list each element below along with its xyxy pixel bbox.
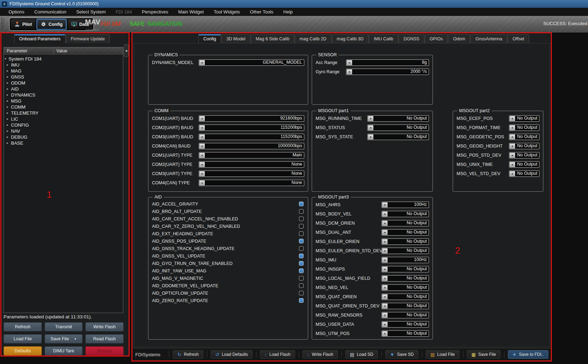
combo-dropdown-icon[interactable] [382,202,388,207]
menu-item[interactable]: Tool Widgets [209,8,245,16]
config-tab[interactable]: GPIOs [425,34,448,43]
aid-checkbox[interactable] [299,276,304,281]
config-tab[interactable]: GnssAntenna [470,34,507,43]
menu-item[interactable]: Perspectives [137,8,173,16]
param-combobox[interactable]: No Output [381,321,429,328]
param-combobox[interactable]: GENERAL_MODEL [199,59,304,66]
config-view-button[interactable]: Config [36,19,67,30]
param-combobox[interactable]: No Output [381,220,429,226]
tree-item[interactable]: TELEMETRY [4,110,123,116]
param-combobox[interactable]: No Output [381,303,429,309]
bottom-toolbar-button[interactable]: ✈ Save to FDI.. [508,350,548,359]
tree-item[interactable]: MAG [4,68,123,74]
param-combobox[interactable]: 921600bps [199,115,304,122]
parameter-action-button[interactable]: Read Flash [85,334,124,343]
combo-dropdown-icon[interactable] [347,60,352,65]
combo-dropdown-icon[interactable] [347,69,352,74]
aid-checkbox[interactable] [299,239,304,243]
param-combobox[interactable]: No Output [509,115,539,122]
menu-item[interactable]: Options [4,8,29,16]
config-tab[interactable]: Config [198,34,221,43]
param-combobox[interactable]: No Output [381,229,429,236]
combo-dropdown-icon[interactable] [199,162,205,167]
aid-checkbox[interactable] [299,246,304,251]
bottom-toolbar-button[interactable]: ▤ Load SD [345,350,378,359]
combo-dropdown-icon[interactable] [510,144,515,149]
combo-dropdown-icon[interactable] [199,60,205,65]
tree-item[interactable]: COMM [4,104,123,110]
combo-dropdown-icon[interactable] [199,180,205,185]
param-combobox[interactable]: No Output [509,143,539,149]
param-combobox[interactable]: No Output [509,125,539,131]
param-combobox[interactable]: 100Hz [381,257,429,263]
combo-dropdown-icon[interactable] [382,285,388,290]
param-combobox[interactable]: 115200bps [199,134,304,140]
param-combobox[interactable]: No Output [381,275,429,282]
aid-checkbox[interactable] [299,231,304,236]
combo-dropdown-icon[interactable] [199,116,205,121]
combo-dropdown-icon[interactable] [382,304,388,308]
tree-item[interactable]: ODOM [4,80,123,86]
tree-item[interactable]: System FDI 184 [4,56,123,62]
parameter-action-button[interactable]: Save File [45,334,83,343]
param-combobox[interactable]: No Output [381,294,429,300]
aid-checkbox[interactable] [299,216,304,221]
param-combobox[interactable]: No Output [509,171,539,177]
menu-item[interactable]: FDI 184 [111,8,137,16]
aid-checkbox[interactable] [299,254,304,258]
param-combobox[interactable]: 2000 °/s [346,69,429,75]
config-tab[interactable]: IMU Calib [369,34,398,43]
combo-dropdown-icon[interactable] [368,116,373,121]
menu-item[interactable]: Main Widget [173,8,209,16]
bottom-toolbar-button[interactable]: ▦ Save File [467,350,501,359]
combo-dropdown-icon[interactable] [199,171,205,176]
tree-item[interactable]: AID [4,86,123,92]
tree-item[interactable]: BASE [4,140,123,146]
combo-dropdown-icon[interactable] [510,125,515,130]
parameter-action-button[interactable]: Load File [4,334,42,343]
param-combobox[interactable]: No Output [509,152,539,158]
param-combobox[interactable]: 1000000bps [199,143,304,149]
param-combobox[interactable]: No Output [381,211,429,217]
param-combobox[interactable]: No Output [381,266,429,272]
config-tab[interactable]: 3D Model [221,34,250,43]
aid-checkbox[interactable] [299,202,304,206]
config-tab[interactable]: Offset [508,34,529,43]
param-combobox[interactable]: No Output [367,134,429,140]
menu-item[interactable]: Other Tools [245,8,278,16]
param-combobox[interactable]: No Output [381,284,429,291]
param-combobox[interactable]: No Output [381,330,429,337]
combo-dropdown-icon[interactable] [382,212,388,216]
parameter-action-button[interactable]: Defaults [4,346,42,356]
aid-checkbox[interactable] [299,209,304,214]
param-combobox[interactable]: No Output [509,161,539,168]
bottom-toolbar-button[interactable]: ↓ Write Flash [303,350,338,359]
combo-dropdown-icon[interactable] [382,239,388,244]
param-combobox[interactable]: Main [199,152,304,158]
parameter-action-button[interactable]: DIMU Tare [45,346,83,356]
combo-dropdown-icon[interactable] [382,313,388,318]
param-combobox[interactable]: 115200bps [199,125,304,131]
combo-dropdown-icon[interactable] [382,258,388,262]
combo-dropdown-icon[interactable] [199,153,205,158]
tree-item[interactable]: DEBUG [4,134,123,140]
config-tab[interactable]: DGNSS [398,34,424,43]
param-combobox[interactable]: None [199,180,304,186]
menu-item[interactable]: Select System [71,8,111,16]
left-panel-tab[interactable]: Firmware Update [66,34,110,43]
combo-dropdown-icon[interactable] [510,153,515,158]
pilot-view-button[interactable]: Pilot [10,19,36,30]
parameter-action-button[interactable]: Write Flash [85,322,124,331]
param-combobox[interactable]: No Output [367,115,429,122]
aid-checkbox[interactable] [299,298,304,303]
tree-item[interactable]: IMU [4,62,123,68]
combo-dropdown-icon[interactable] [382,331,388,336]
aid-checkbox[interactable] [299,283,304,288]
combo-dropdown-icon[interactable] [382,322,388,327]
bottom-toolbar-button[interactable]: ▼ Save SD [385,350,418,359]
param-combobox[interactable]: No Output [381,238,429,245]
collapse-panel-button[interactable] [124,44,129,57]
left-panel-tab[interactable]: Onboard Parameters [14,34,66,43]
combo-dropdown-icon[interactable] [382,276,388,281]
param-combobox[interactable]: No Output [367,125,429,131]
